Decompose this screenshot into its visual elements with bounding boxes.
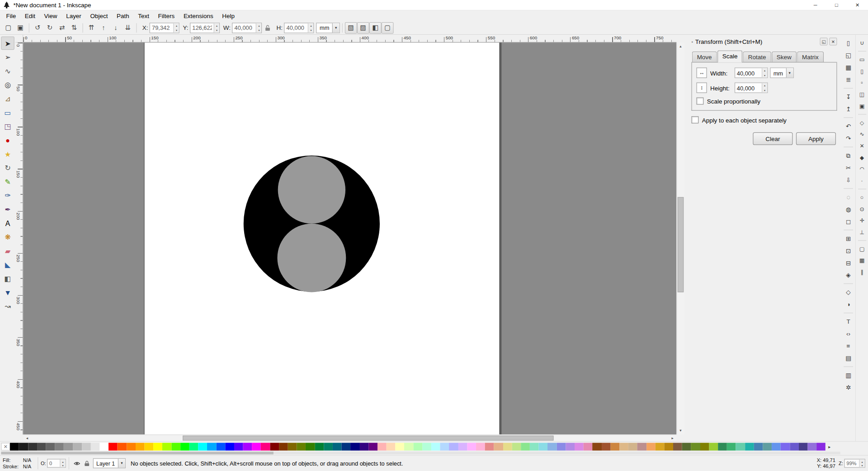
palette-swatch[interactable]: [216, 443, 225, 451]
palette-swatch[interactable]: [781, 443, 790, 451]
zoom-to-fit-selection-button[interactable]: ◌: [843, 192, 854, 203]
palette-swatch[interactable]: [145, 443, 154, 451]
palette-swatch[interactable]: [404, 443, 413, 451]
menu-help[interactable]: Help: [218, 11, 239, 20]
snap-smooth-nodes-button[interactable]: ◠: [857, 164, 867, 174]
palette-swatch[interactable]: [691, 443, 700, 451]
snap-guides-button[interactable]: ∥: [857, 267, 867, 277]
palette-swatch[interactable]: [28, 443, 37, 451]
palette-swatch[interactable]: [799, 443, 808, 451]
width-input[interactable]: [233, 23, 256, 33]
palette-swatch[interactable]: [288, 443, 297, 451]
palette-swatch[interactable]: [99, 443, 108, 451]
y-input[interactable]: [190, 23, 213, 33]
palette-swatch[interactable]: [234, 443, 243, 451]
palette-swatch[interactable]: [377, 443, 387, 451]
undo-button[interactable]: ↶: [843, 121, 854, 132]
palette-swatch[interactable]: [548, 443, 557, 451]
3dbox-tool[interactable]: ◳: [1, 119, 14, 132]
snap-path-intersections-button[interactable]: ✕: [857, 141, 867, 151]
palette-swatch[interactable]: [55, 443, 64, 451]
palette-swatch[interactable]: [243, 443, 252, 451]
print-document-button[interactable]: ≣: [843, 74, 854, 85]
palette-swatch[interactable]: [655, 443, 664, 451]
ungroup-button[interactable]: ◇: [843, 287, 854, 297]
tab-skew[interactable]: Skew: [772, 52, 797, 62]
palette-swatch[interactable]: [458, 443, 467, 451]
palette-swatch[interactable]: [754, 443, 763, 451]
palette-swatch[interactable]: [485, 443, 494, 451]
paste-button[interactable]: ⇩: [843, 174, 854, 185]
x-input[interactable]: [150, 23, 173, 33]
palette-swatch[interactable]: [790, 443, 799, 451]
menu-edit[interactable]: Edit: [20, 11, 40, 20]
palette-swatch[interactable]: [503, 443, 512, 451]
palette-swatch[interactable]: [422, 443, 431, 451]
measure-tool[interactable]: ⊿: [1, 92, 14, 105]
group-button[interactable]: ◈: [843, 269, 854, 280]
lower-to-bottom-button[interactable]: ⇊: [122, 22, 134, 33]
apply-each-checkbox[interactable]: [691, 116, 698, 123]
fill-stroke-dialog-button[interactable]: ◑: [843, 299, 854, 310]
palette-swatch[interactable]: [601, 443, 610, 451]
palette-swatch[interactable]: [727, 443, 736, 451]
snap-bbox-edge-midpoints-button[interactable]: ◫: [857, 89, 867, 99]
palette-swatch[interactable]: [557, 443, 566, 451]
snap-paths-button[interactable]: ∿: [857, 129, 867, 139]
palette-swatch[interactable]: [207, 443, 216, 451]
star-tool[interactable]: ★: [1, 147, 14, 160]
tweak-tool[interactable]: ∿: [1, 64, 14, 77]
palette-swatch[interactable]: [368, 443, 377, 451]
canvas[interactable]: [23, 42, 676, 434]
minimize-button[interactable]: ─: [805, 0, 826, 10]
select-all-button[interactable]: ▢: [2, 22, 14, 33]
snap-cusp-nodes-button[interactable]: ◆: [857, 152, 867, 163]
open-document-button[interactable]: ◱: [843, 50, 854, 61]
scroll-up-arrow-icon[interactable]: ▲: [677, 42, 684, 50]
gray-circle-top-shape[interactable]: [278, 156, 345, 223]
panel-grip-icon[interactable]: ▪: [691, 39, 693, 44]
palette-swatch[interactable]: [646, 443, 656, 451]
no-color-swatch[interactable]: ✕: [1, 443, 10, 451]
snap-bbox-corners-button[interactable]: ▫: [857, 77, 867, 88]
palette-swatch[interactable]: [772, 443, 781, 451]
text-dialog-button[interactable]: T: [843, 316, 854, 327]
palette-scrollbar-thumb[interactable]: [1, 452, 273, 454]
scale-proportionally-checkbox[interactable]: [696, 98, 703, 105]
snap-rotation-centers-button[interactable]: ✛: [857, 215, 867, 226]
snap-page-border-button[interactable]: ▢: [857, 244, 867, 254]
palette-swatch[interactable]: [297, 443, 306, 451]
menu-text[interactable]: Text: [134, 11, 154, 20]
snap-bbox-edges-button[interactable]: ▯: [857, 66, 867, 76]
copy-button[interactable]: ⧉: [843, 150, 854, 161]
palette-swatch[interactable]: [342, 443, 351, 451]
lower-button[interactable]: ↓: [109, 22, 122, 33]
snap-nodes-button[interactable]: ◇: [857, 118, 867, 128]
snap-others-button[interactable]: ○: [857, 192, 867, 203]
y-spinner[interactable]: ▴▾: [214, 23, 219, 33]
palette-swatch[interactable]: [10, 443, 19, 451]
palette-swatch[interactable]: [763, 443, 772, 451]
palette-swatch[interactable]: [73, 443, 82, 451]
palette-swatch[interactable]: [745, 443, 754, 451]
panel-close-button[interactable]: ✕: [829, 38, 837, 45]
palette-swatch[interactable]: [718, 443, 727, 451]
palette-swatch[interactable]: [333, 443, 342, 451]
raise-button[interactable]: ↑: [98, 22, 110, 33]
lock-ratio-toggle[interactable]: [263, 24, 272, 30]
zoom-to-fit-page-button[interactable]: ◻: [843, 216, 854, 227]
palette-swatch[interactable]: [512, 443, 521, 451]
menu-object[interactable]: Object: [86, 11, 113, 20]
vertical-scrollbar-thumb[interactable]: [678, 197, 684, 292]
palette-scrollbar[interactable]: [1, 452, 840, 454]
zoom-spinner[interactable]: ▴▾: [859, 459, 864, 467]
scroll-down-arrow-icon[interactable]: ▼: [677, 427, 684, 434]
menu-file[interactable]: File: [2, 11, 20, 20]
palette-swatch[interactable]: [279, 443, 288, 451]
snap-object-centers-button[interactable]: ⊙: [857, 204, 867, 214]
palette-swatch[interactable]: [324, 443, 333, 451]
rotate-90-ccw-button[interactable]: ↺: [32, 22, 44, 33]
zoom-tool[interactable]: ◎: [1, 78, 14, 91]
palette-swatch[interactable]: [198, 443, 208, 451]
snap-bbox-centers-button[interactable]: ▣: [857, 101, 867, 111]
